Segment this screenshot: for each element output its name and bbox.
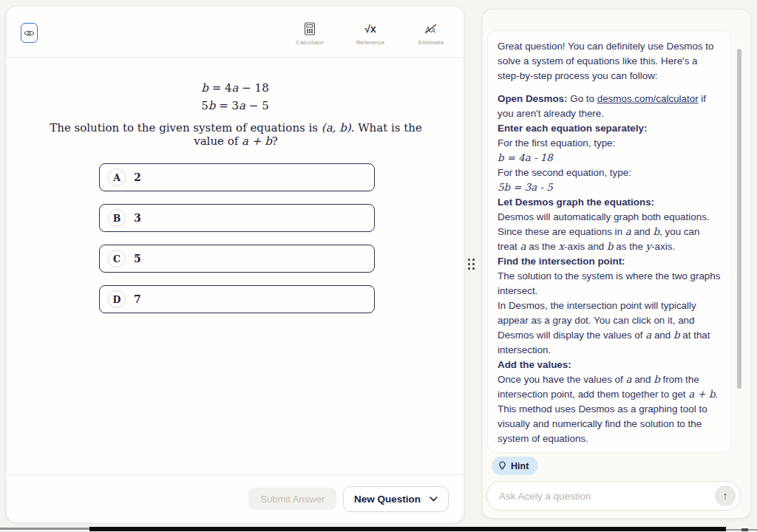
choice-option-d[interactable]: D 7 (99, 285, 375, 313)
choice-value: 7 (134, 293, 141, 305)
chat-paragraph: Find the intersection point: (498, 254, 721, 269)
question-toolbar: Calculator √x Reference Aд Eliminate (289, 21, 452, 46)
choice-value: 2 (134, 171, 141, 183)
chat-paragraph: This method uses Desmos as a graphing to… (498, 402, 721, 446)
chat-paragraph: In Desmos, the intersection point will t… (498, 299, 721, 358)
calculator-tool-button[interactable]: Calculator (289, 21, 330, 46)
hide-question-button[interactable] (21, 23, 38, 43)
chat-paragraph: b = 4a - 18 (498, 151, 721, 166)
reference-tool-button[interactable]: √x Reference (350, 21, 391, 46)
send-button[interactable]: ↑ (715, 485, 736, 506)
chat-paragraph: Great question! You can definitely use D… (498, 39, 721, 83)
question-panel-header: Calculator √x Reference Aд Eliminate (7, 7, 464, 57)
choice-letter: C (108, 250, 126, 267)
choice-letter: D (108, 290, 126, 308)
answer-choices: A 2 B 3 C 5 D 7 (99, 163, 381, 326)
chat-scrollbar-thumb[interactable] (737, 49, 741, 389)
question-equations: b = 4a − 18 5b = 3a − 5 (7, 79, 464, 115)
strikethrough-answers-icon: Aд (424, 21, 438, 36)
chat-paragraph: For the first equation, type: (498, 136, 721, 151)
chat-paragraph: 5b = 3a - 5 (498, 180, 721, 195)
choice-letter: B (108, 209, 126, 227)
chat-input[interactable] (487, 491, 715, 502)
assistant-panel: Great question! You can definitely use D… (482, 9, 751, 519)
up-arrow-icon: ↑ (722, 489, 728, 502)
panel-resize-handle[interactable] (468, 259, 478, 271)
calculator-tool-label: Calculator (296, 39, 324, 46)
header-divider (7, 57, 464, 58)
question-panel: Calculator √x Reference Aд Eliminate b =… (6, 6, 464, 523)
choice-value: 3 (134, 212, 141, 224)
chat-paragraph: Open Desmos: Go to desmos.com/calculator… (498, 92, 721, 121)
submit-answer-button[interactable]: Submit Answer (248, 488, 336, 510)
choice-option-b[interactable]: B 3 (99, 204, 375, 232)
calculator-icon (304, 21, 316, 36)
choice-option-a[interactable]: A 2 (99, 163, 375, 191)
choice-value: 5 (134, 253, 141, 265)
chat-paragraph: Add the values: (498, 358, 721, 372)
equation-1: b = 4a − 18 (7, 79, 464, 97)
new-question-label: New Question (354, 494, 421, 505)
choice-letter: A (108, 168, 126, 186)
chat-message-body: Great question! You can definitely use D… (498, 39, 721, 446)
lightbulb-icon (498, 461, 506, 471)
hint-button[interactable]: Hint (492, 457, 538, 475)
desmos-calculator-link[interactable]: desmos.com/calculator (597, 93, 699, 104)
eliminate-tool-button[interactable]: Aд Eliminate (410, 21, 452, 46)
choice-option-c[interactable]: C 5 (99, 245, 375, 273)
sqrt-x-icon: √x (364, 21, 376, 36)
chat-paragraph: Let Desmos graph the equations: (498, 195, 721, 210)
eye-icon (24, 29, 35, 38)
equation-2: 5b = 3a − 5 (7, 97, 464, 115)
chat-paragraph: For the second equation, type: (498, 166, 721, 180)
chat-paragraph: Once you have the values of a and b from… (498, 372, 721, 402)
question-footer: Submit Answer New Question (7, 474, 464, 523)
chat-message: Great question! You can definitely use D… (487, 30, 731, 453)
eliminate-tool-label: Eliminate (418, 39, 444, 46)
question-prompt: The solution to the given system of equa… (36, 121, 435, 148)
chat-input-container: ↑ (486, 481, 741, 511)
new-question-button[interactable]: New Question (343, 486, 449, 512)
chevron-down-icon (430, 497, 438, 502)
hint-label: Hint (511, 461, 529, 471)
chat-paragraph: The solution to the system is where the … (498, 269, 721, 299)
chat-paragraph: Enter each equation separately: (498, 121, 721, 136)
reference-tool-label: Reference (356, 39, 385, 46)
chat-paragraph: Desmos will automatically graph both equ… (498, 210, 721, 254)
